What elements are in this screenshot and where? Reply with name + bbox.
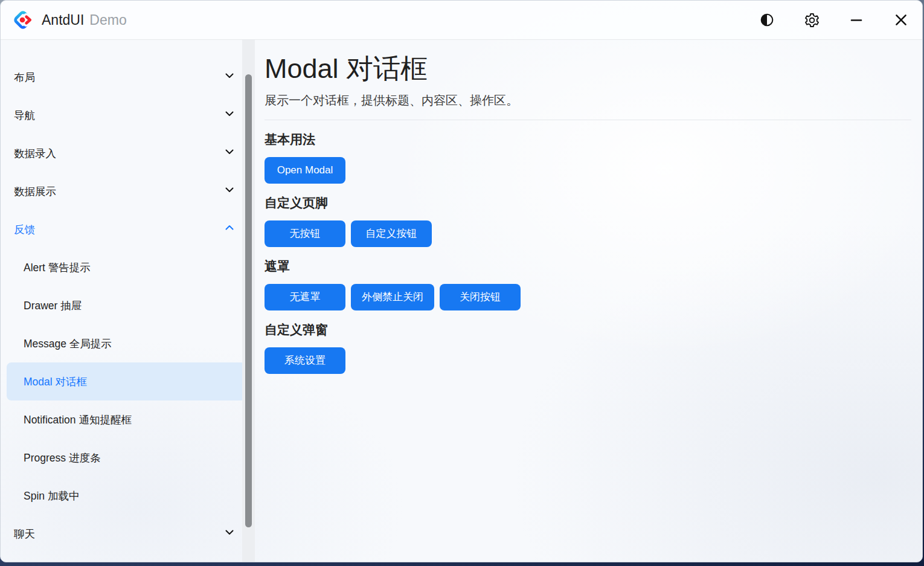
content-divider [265, 120, 911, 120]
section-heading: 自定义页脚 [265, 194, 911, 212]
close-icon[interactable] [892, 11, 910, 29]
chevron-down-icon [224, 108, 235, 122]
demo-button[interactable]: 自定义按钮 [351, 220, 432, 247]
sidebar-item[interactable]: Modal 对话框 [7, 362, 246, 400]
sidebar-group[interactable]: 数据展示 [7, 172, 246, 210]
sidebar-item[interactable]: Drawer 抽屉 [7, 286, 246, 324]
chevron-up-icon [224, 222, 235, 236]
page-title: Modal 对话框 [265, 53, 911, 85]
sidebar-group[interactable]: 数据录入 [7, 134, 246, 172]
sidebar-scrollbar-thumb[interactable] [245, 74, 252, 527]
titlebar-buttons [758, 11, 910, 29]
content-panel: Modal 对话框 展示一个对话框，提供标题、内容区、操作区。 基本用法Open… [255, 40, 922, 562]
app-title: AntdUI [42, 12, 84, 28]
antdui-logo-icon [11, 8, 34, 31]
chevron-down-icon [224, 70, 235, 84]
sidebar-item-label: Progress 进度条 [24, 451, 100, 465]
chevron-down-icon [224, 184, 235, 198]
sidebar-item[interactable]: Spin 加载中 [7, 477, 246, 515]
demo-button[interactable]: 无遮罩 [265, 284, 345, 310]
demo-button[interactable]: 关闭按钮 [440, 284, 521, 310]
sidebar-item-label: 导航 [14, 108, 35, 123]
section-button-row: 系统设置 [265, 347, 911, 374]
sidebar: 布局导航数据录入数据展示反馈Alert 警告提示Drawer 抽屉Message… [1, 40, 242, 562]
content-sections: 基本用法Open Modal自定义页脚无按钮自定义按钮遮罩无遮罩外侧禁止关闭关闭… [265, 130, 911, 374]
section-heading: 遮罩 [265, 257, 911, 275]
sidebar-item-label: Spin 加载中 [24, 489, 79, 503]
theme-contrast-icon[interactable] [758, 11, 776, 29]
section-button-row: 无按钮自定义按钮 [265, 220, 911, 247]
page-description: 展示一个对话框，提供标题、内容区、操作区。 [265, 92, 911, 109]
sidebar-item-label: 聊天 [14, 527, 35, 541]
sidebar-group[interactable]: 布局 [7, 58, 246, 96]
app-subtitle: Demo [89, 12, 126, 28]
sidebar-item-label: 反馈 [14, 222, 35, 237]
chevron-down-icon [224, 146, 235, 160]
sidebar-item-label: Drawer 抽屉 [24, 298, 82, 313]
sidebar-item-label: Notification 通知提醒框 [24, 413, 132, 427]
sidebar-group[interactable]: 导航 [7, 96, 246, 134]
sidebar-item[interactable]: Message 全局提示 [7, 324, 246, 362]
sidebar-item-label: 布局 [14, 70, 35, 85]
section-button-row: 无遮罩外侧禁止关闭关闭按钮 [265, 284, 911, 310]
demo-button[interactable]: 无按钮 [265, 220, 345, 247]
sidebar-item-label: Message 全局提示 [24, 336, 112, 351]
section-heading: 自定义弹窗 [265, 321, 911, 339]
demo-button[interactable]: 系统设置 [265, 347, 345, 374]
demo-button[interactable]: 外侧禁止关闭 [351, 284, 434, 310]
sidebar-item-label: Modal 对话框 [24, 375, 87, 389]
sidebar-group[interactable]: 聊天 [7, 515, 246, 553]
settings-gear-icon[interactable] [803, 11, 821, 29]
app-window: AntdUI Demo 布局导航 [0, 0, 923, 562]
sidebar-scrollbar-track[interactable] [242, 40, 255, 562]
sidebar-item-label: 数据录入 [14, 146, 56, 161]
titlebar: AntdUI Demo [1, 1, 922, 40]
sidebar-item[interactable]: Alert 警告提示 [7, 248, 246, 286]
sidebar-item[interactable]: Notification 通知提醒框 [7, 400, 246, 439]
chevron-down-icon [224, 527, 235, 541]
sidebar-item[interactable]: Progress 进度条 [7, 439, 246, 477]
section-heading: 基本用法 [265, 130, 911, 149]
demo-button[interactable]: Open Modal [265, 157, 345, 184]
minimize-icon[interactable] [847, 11, 865, 29]
section-button-row: Open Modal [265, 157, 911, 184]
sidebar-group[interactable]: 反馈 [7, 210, 246, 248]
sidebar-item-label: Alert 警告提示 [24, 260, 91, 275]
main-area: 布局导航数据录入数据展示反馈Alert 警告提示Drawer 抽屉Message… [1, 40, 922, 562]
sidebar-item-label: 数据展示 [14, 184, 56, 199]
